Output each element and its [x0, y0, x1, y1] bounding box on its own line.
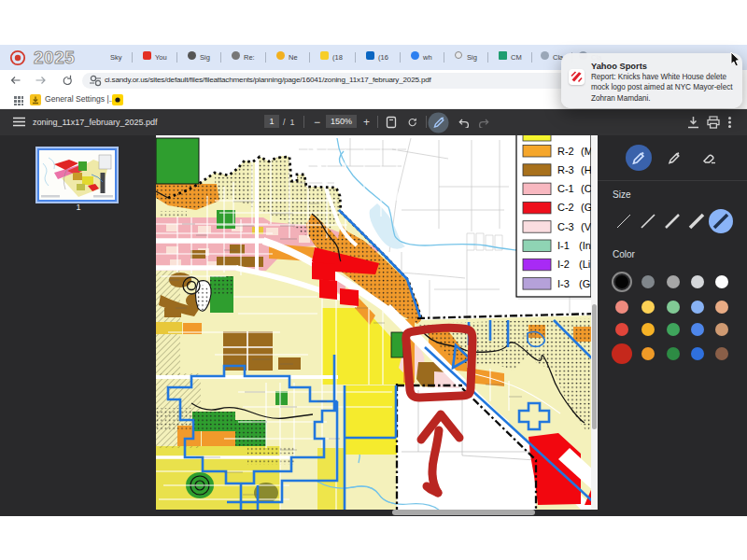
svg-text:I-1: I-1 [557, 240, 570, 251]
svg-text:C-1: C-1 [557, 183, 574, 194]
svg-text:(M: (M [581, 146, 593, 157]
svg-text:R-3: R-3 [557, 164, 574, 175]
svg-text:(H: (H [581, 164, 592, 175]
svg-text:C-3: C-3 [557, 221, 574, 232]
svg-text:(In: (In [579, 240, 591, 251]
svg-text:I-2: I-2 [557, 259, 570, 270]
svg-text:(G: (G [581, 202, 592, 213]
svg-text:(C: (C [581, 183, 592, 194]
svg-text:(Li: (Li [579, 259, 590, 270]
svg-text:I-3: I-3 [557, 278, 570, 289]
svg-text:(G: (G [579, 278, 590, 289]
svg-text:(V: (V [581, 221, 592, 232]
svg-text:R-2: R-2 [557, 146, 574, 157]
svg-text:C-2: C-2 [557, 202, 574, 213]
